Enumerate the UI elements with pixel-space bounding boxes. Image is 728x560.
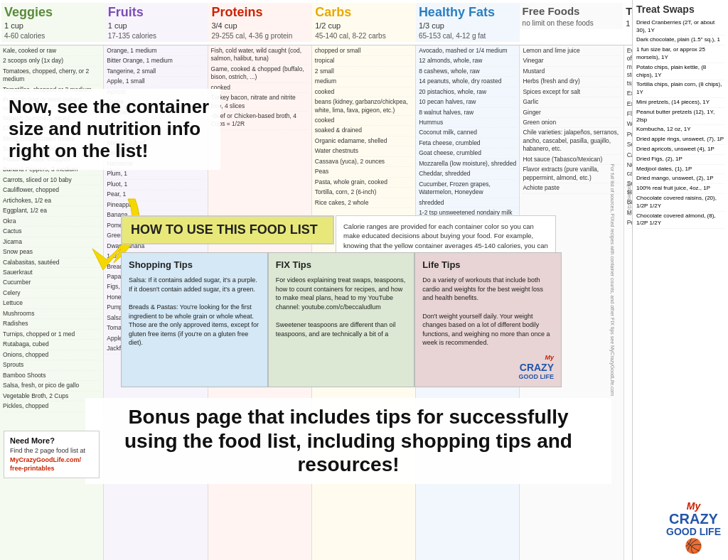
- food-item: 1 1/2 cups: [107, 252, 204, 262]
- food-item: Celery: [3, 289, 100, 298]
- treat-swap-item: Mini pretzels, (14 pieces), 1Y: [636, 99, 724, 108]
- food-item: Jicama: [3, 238, 100, 247]
- food-item: Nectarine: [107, 160, 204, 169]
- food-item: Cucumber, Frozen grapes, Watermelon, Hon…: [419, 181, 516, 198]
- treat-swap-item: Chocolate covered raisins, (20), 1/2P 1/…: [636, 195, 724, 212]
- treat-swap-item: Peanut butter pretzels (12), 1Y, 2tsp: [636, 109, 724, 126]
- food-item: Vinegar: [523, 57, 620, 66]
- food-item: Bitter Orange, 1 medium: [107, 57, 204, 66]
- food-item: Carrots, sliced or 10 baby: [3, 176, 100, 185]
- food-item: 10 pecan halves, raw: [419, 98, 516, 107]
- food-item: Tomatoes, chopped, cherry, or 2 medium: [3, 68, 100, 85]
- food-item: Banana Peppers, 3 medium: [3, 166, 100, 175]
- food-item: Lettuce: [3, 299, 100, 308]
- food-item: Organic edamame, shelled: [315, 137, 412, 146]
- food-item: Fish, cold water, wild caught (cod, salm…: [211, 47, 309, 65]
- food-item: Apple, 1 small: [107, 77, 204, 87]
- treat-swap-item: Tortilla chips, plain corn, (8 chips), 1…: [636, 81, 724, 98]
- food-item: Coconut milk, canned: [419, 129, 516, 138]
- food-item: Salsa, fruit: [107, 314, 204, 323]
- food-item: Garlic: [523, 98, 620, 107]
- fruits-title: Fruits: [108, 4, 206, 21]
- food-item: Ginger: [523, 109, 620, 118]
- proteins-header: Proteins 3/4 cup 29-255 cal, 4-36 g prot…: [208, 3, 312, 42]
- free-title: Free Foods: [523, 4, 621, 18]
- food-item: Game, cooked & chopped (buffalo, bison, …: [211, 65, 309, 83]
- proteins-foods: Fish, cold water, wild caught (cod, salm…: [208, 45, 312, 560]
- treat-swap-item: Potato chips, plain kettle, (8 chips), 1…: [636, 64, 724, 81]
- food-item: Pickles, chopped: [3, 402, 100, 411]
- food-item: 8 walnut halves, raw: [419, 109, 516, 118]
- food-item: 2 scoops only (1x day): [3, 57, 100, 66]
- food-item: Sauerkraut: [3, 269, 100, 278]
- fats-foods: Avocado, mashed or 1/4 medium12 almonds,…: [416, 45, 520, 560]
- fruits-calories: 17-135 calories: [108, 31, 206, 41]
- logo-my: My: [666, 500, 721, 512]
- veggies-foods: Kale, cooked or raw2 scoops only (1x day…: [0, 45, 104, 560]
- main-logo: My CRAZY GOOD LIFE 🏀: [666, 500, 721, 554]
- veggies-header: Veggies 1 cup 4-60 calories: [1, 3, 105, 42]
- food-item: Herbs (fresh and dry): [523, 77, 620, 87]
- food-item: Grape: [107, 98, 204, 107]
- food-item: Pineapple: [107, 201, 204, 210]
- food-item: Plum, 1: [107, 170, 204, 179]
- food-item: Chayote Squash, chopped: [3, 124, 100, 134]
- food-item: Hummus: [419, 119, 516, 128]
- page-container: Veggies 1 cup 4-60 calories Fruits 1 cup…: [0, 0, 728, 560]
- fats-amount: 1/3 cup: [419, 21, 517, 31]
- food-item: Tortilla, corn, 2 (6-inch): [315, 188, 412, 198]
- food-item: Jackfruit: [107, 345, 204, 354]
- food-item: Hot sauce (Tabasco/Mexican): [523, 156, 620, 165]
- veggies-title: Veggies: [4, 4, 102, 21]
- food-list-background: Veggies 1 cup 4-60 calories Fruits 1 cup…: [0, 0, 728, 560]
- food-item: Tangerine, 2 small: [107, 68, 204, 77]
- treat-swaps-items: Dried Cranberries (2T, or about 30), 1YD…: [636, 19, 724, 229]
- treat-swap-item: Dried Cranberries (2T, or about 30), 1Y: [636, 19, 724, 36]
- food-item: Applesauce, plain: [107, 335, 204, 344]
- food-item: 1-2 tsp unsweetened nondairy milk (almon…: [419, 209, 516, 227]
- food-item: 2 small: [315, 68, 412, 77]
- food-item: Eggplant, 1/2 ea: [3, 207, 100, 216]
- food-item: Honeydew: [107, 294, 204, 303]
- side-label: For full list of sources, FIXed recipes …: [609, 164, 614, 396]
- food-item: Green, seedless: [107, 232, 204, 241]
- food-item: Pumpkin, canned: [107, 303, 204, 313]
- food-item: Cherries: [107, 109, 204, 118]
- food-item: Pasta, whole grain, cooked: [315, 178, 412, 188]
- food-item: Banana, 1/2: [107, 211, 204, 220]
- food-item: 12 almonds, whole, raw: [419, 57, 516, 66]
- treat-swap-item: Dried Figs, (2), 1P: [636, 156, 724, 165]
- food-item: Flavor extracts (pure vanilla, peppermin…: [523, 166, 620, 183]
- food-item: Onions, chopped: [3, 351, 100, 360]
- proteins-calories: 29-255 cal, 4-36 g protein: [211, 31, 309, 41]
- treat-swap-item: 1 fun size bar, or approx 25 morsels), 1…: [636, 46, 724, 63]
- food-item: Cauliflower, chopped: [3, 186, 100, 195]
- logo-crazy: CRAZY: [666, 512, 721, 526]
- food-item: Dwarf banana: [107, 242, 204, 252]
- food-item: Kale, cooked or raw: [3, 47, 100, 56]
- food-item: Apricot: [107, 88, 204, 97]
- veggies-amount: 1 cup: [4, 21, 102, 31]
- treat-swaps-title: Treat Swaps: [636, 3, 724, 16]
- treat-swap-item: Medjool dates, (1), 1P: [636, 166, 724, 175]
- food-item: medium: [315, 77, 412, 87]
- treat-swap-item: Dried mango, unsweet, (2), 1P: [636, 175, 724, 184]
- food-item: Bamboo Shoots: [3, 372, 100, 381]
- food-item: Papaya: [107, 273, 204, 282]
- fats-header: Healthy Fats 1/3 cup 65-153 cal, 4-12 g …: [416, 3, 520, 42]
- food-item: 1-2 tsp. sugar, honey, or other caloric …: [419, 227, 516, 245]
- logo-good-life: GOOD LIFE: [666, 526, 721, 537]
- fats-title: Healthy Fats: [419, 4, 517, 21]
- food-item: Rice cakes, 2 whole: [315, 199, 412, 208]
- food-item: Artichokes, 1/2 ea: [3, 197, 100, 206]
- food-item: soaked & drained: [315, 126, 412, 136]
- treat-swap-item: Kombucha, 12 oz, 1Y: [636, 126, 724, 135]
- free-foods: Lemon and lime juiceVinegarMustardHerbs …: [520, 45, 623, 560]
- carbs-foods: chopped or smalltropical2 smallmediumcoo…: [312, 45, 416, 560]
- treat-swap-item: Dried apricots, unsweet (4), 1P: [636, 146, 724, 155]
- category-headers: Veggies 1 cup 4-60 calories Fruits 1 cup…: [0, 0, 728, 45]
- food-item: Cucumber: [3, 279, 100, 288]
- food-item: Radishes: [3, 320, 100, 329]
- food-item: Kiwi, 2: [107, 129, 204, 138]
- food-item: Snow peas: [3, 248, 100, 257]
